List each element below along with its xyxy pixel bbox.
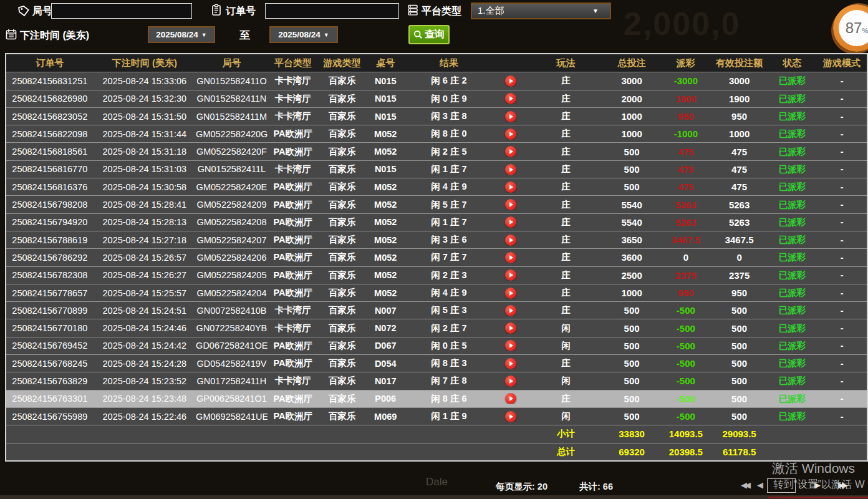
play-icon[interactable] (505, 235, 516, 246)
play-icon[interactable] (505, 305, 516, 316)
replay-cell (493, 199, 529, 210)
cell-status: 已派彩 (767, 146, 817, 158)
cell-game: 百家乐 (319, 410, 366, 422)
cell-platform: 卡卡湾厅 (268, 375, 319, 387)
cell-order: 250824156755989 (6, 412, 94, 422)
cell-round: GD067258241OE (196, 341, 268, 351)
cell-time: 2025-08-24 15:31:50 (94, 112, 196, 122)
cell-table: M052 (365, 217, 405, 227)
header-cell: 局号 (196, 57, 268, 69)
play-icon[interactable] (505, 269, 516, 281)
play-icon[interactable] (505, 93, 516, 104)
table-row[interactable]: 2508241567682452025-08-24 15:24:28GD0542… (6, 354, 867, 372)
table-row[interactable]: 2508241567886192025-08-24 15:27:18GM0522… (6, 231, 867, 248)
cell-table: D054 (365, 359, 405, 369)
header-cell: 总投注 (603, 57, 660, 69)
play-icon[interactable] (505, 216, 516, 228)
cell-play: 庄 (529, 304, 604, 316)
percentage-badge-inner: 87 % (839, 10, 868, 46)
cell-time: 2025-08-24 15:24:42 (94, 341, 196, 351)
play-icon[interactable] (505, 340, 516, 351)
cell-result: 闲 2 庄 3 (405, 269, 493, 281)
percentage-badge[interactable]: 87 % (833, 4, 868, 52)
cell-platform: PA欧洲厅 (268, 340, 319, 352)
play-icon[interactable] (505, 111, 516, 122)
table-row[interactable]: 2508241567708992025-08-24 15:24:51GN0072… (6, 301, 867, 319)
cell-payout: 3467.5 (660, 235, 711, 245)
cell-time: 2025-08-24 15:23:48 (94, 394, 196, 404)
table-row[interactable]: 2508241567786572025-08-24 15:25:57GM0522… (6, 284, 867, 301)
table-row[interactable]: 2508241567633012025-08-24 15:23:48GP0062… (6, 390, 867, 407)
platform-type-select[interactable]: 1.全部 ▼ (471, 2, 611, 19)
cell-result: 闲 1 庄 7 (405, 163, 493, 175)
subtotal-cell: 33830 (603, 429, 660, 439)
cell-play: 庄 (529, 269, 604, 281)
table-row[interactable]: 2508241568167702025-08-24 15:31:03GN0152… (6, 160, 867, 178)
next-page-button[interactable]: ▶ (814, 480, 821, 490)
cell-total: 500 (603, 375, 660, 386)
header-cell: 有效投注额 (711, 57, 768, 69)
play-icon[interactable] (505, 182, 516, 193)
cell-round: GN0152582411M (196, 112, 268, 122)
play-icon[interactable] (505, 199, 516, 210)
game-no-input[interactable] (51, 3, 192, 19)
cell-time: 2025-08-24 15:27:18 (94, 235, 196, 245)
play-icon[interactable] (505, 322, 516, 334)
play-icon[interactable] (505, 375, 516, 387)
play-icon[interactable] (505, 411, 516, 422)
cell-play: 闲 (529, 340, 604, 352)
bottom-red-line (768, 497, 868, 498)
table-row[interactable]: 2508241567701802025-08-24 15:24:46GN0722… (6, 319, 867, 336)
table-row[interactable]: 2508241567638292025-08-24 15:23:52GN0172… (6, 372, 867, 389)
table-row[interactable]: 2508241568185612025-08-24 15:31:18GM0522… (6, 142, 867, 160)
cell-platform: 卡卡湾厅 (268, 93, 319, 105)
cell-table: M052 (365, 200, 405, 210)
table-row[interactable]: 2508241567982082025-08-24 15:28:41GM0522… (6, 195, 867, 213)
cell-game: 百家乐 (319, 287, 366, 299)
table-row[interactable]: 2508241568230522025-08-24 15:31:50GN0152… (6, 107, 867, 125)
cell-valid: 500 (711, 394, 768, 404)
header-cell: 下注时间 (美东) (94, 57, 196, 69)
replay-cell (493, 287, 529, 298)
play-icon[interactable] (505, 288, 516, 299)
cell-play: 庄 (529, 357, 604, 369)
cell-mode: - (817, 253, 867, 263)
page-number-input[interactable] (767, 478, 796, 493)
cell-table: P006 (365, 394, 405, 404)
table-row[interactable]: 2508241567862922025-08-24 15:26:57GM0522… (6, 248, 867, 266)
last-page-button[interactable]: ▶▶ (838, 480, 846, 490)
play-icon[interactable] (505, 146, 516, 157)
cell-result: 闲 0 庄 5 (405, 340, 493, 352)
cell-game: 百家乐 (319, 393, 366, 405)
query-button[interactable]: 查询 (408, 25, 450, 44)
cell-time: 2025-08-24 15:32:30 (94, 94, 196, 104)
cell-table: N015 (365, 76, 405, 86)
table-row[interactable]: 2508241568269802025-08-24 15:32:30GN0152… (6, 90, 867, 107)
cell-total: 5540 (603, 217, 660, 228)
table-row[interactable]: 2508241567823082025-08-24 15:26:27GM0522… (6, 266, 867, 284)
table-row[interactable]: 2508241567559892025-08-24 15:22:46GM0692… (6, 407, 867, 425)
cell-status: 已派彩 (767, 393, 817, 405)
cell-platform: PA欧洲厅 (268, 269, 319, 281)
play-icon[interactable] (505, 128, 516, 140)
date-from-picker[interactable]: 2025/08/24 ▼ (148, 26, 215, 43)
play-icon[interactable] (505, 164, 516, 175)
table-row[interactable]: 2508241568163762025-08-24 15:30:58GM0522… (6, 178, 867, 195)
cell-table: M052 (365, 235, 405, 245)
cell-result: 闲 0 庄 9 (405, 93, 493, 105)
table-row[interactable]: 2508241568220982025-08-24 15:31:44GM0522… (6, 125, 867, 142)
play-icon[interactable] (505, 252, 516, 263)
play-icon[interactable] (505, 393, 516, 404)
date-to-picker[interactable]: 2025/08/24 ▼ (269, 26, 338, 43)
table-row[interactable]: 2508241567949202025-08-24 15:28:13GM0522… (6, 213, 867, 231)
table-row[interactable]: 2508241568312512025-08-24 15:33:06GN0152… (6, 72, 867, 89)
cell-time: 2025-08-24 15:31:18 (94, 147, 196, 157)
first-page-button[interactable]: ◀◀ (741, 480, 748, 490)
table-row[interactable]: 2508241567694522025-08-24 15:24:42GD0672… (6, 337, 867, 354)
cell-status: 已派彩 (767, 304, 817, 316)
play-icon[interactable] (505, 75, 516, 87)
order-no-input[interactable] (265, 3, 399, 19)
cell-total: 500 (603, 305, 660, 316)
play-icon[interactable] (505, 358, 516, 369)
prev-page-button[interactable]: ◀ (757, 480, 763, 490)
